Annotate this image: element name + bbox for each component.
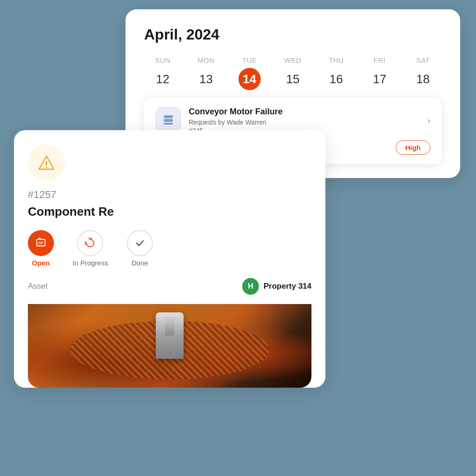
work-order-icon [155, 107, 181, 133]
day-fri[interactable]: FRI 17 [361, 56, 398, 90]
open-icon-circle [28, 230, 54, 256]
svg-point-6 [46, 166, 47, 168]
database-icon [162, 113, 175, 126]
asset-row: Asset H Property 314 [28, 278, 311, 295]
day-num-thu: 16 [325, 68, 347, 90]
asset-right: H Property 314 [242, 278, 311, 295]
day-name-sun: SUN [155, 56, 170, 64]
motor-center-cylinder [156, 312, 184, 359]
in-progress-status-icon [84, 237, 96, 249]
work-order-requester: Requests by Wade Warren [189, 119, 420, 126]
day-tue[interactable]: TUE 14 [231, 56, 268, 90]
alert-icon-circle [28, 144, 65, 181]
day-num-sun: 12 [152, 68, 174, 90]
ticket-id: #1257 [28, 189, 311, 201]
component-title: Component Re [28, 205, 311, 219]
day-wed[interactable]: WED 15 [274, 56, 311, 90]
day-num-tue: 14 [238, 68, 261, 90]
work-order-title: Conveyor Motor Failure [189, 107, 420, 117]
in-progress-icon-circle [77, 230, 103, 256]
priority-badge: High [396, 140, 430, 155]
day-name-fri: FRI [374, 56, 386, 64]
asset-label: Asset [28, 282, 48, 291]
svg-rect-5 [46, 161, 47, 165]
done-label: Done [132, 259, 148, 267]
status-in-progress[interactable]: In Progress [73, 230, 108, 267]
day-mon[interactable]: MON 13 [187, 56, 225, 90]
day-num-fri: 17 [369, 68, 391, 90]
svg-rect-7 [37, 239, 45, 246]
day-name-tue: TUE [242, 56, 257, 64]
day-sun[interactable]: SUN 12 [144, 56, 181, 90]
property-name: Property 314 [264, 282, 311, 291]
day-name-thu: THU [329, 56, 344, 64]
in-progress-label: In Progress [73, 259, 108, 267]
calendar-week: SUN 12 MON 13 TUE 14 WED 15 THU 16 FRI 1… [144, 56, 442, 90]
day-name-sat: SAT [416, 56, 430, 64]
property-avatar: H [242, 278, 259, 295]
day-sat[interactable]: SAT 18 [404, 56, 442, 90]
open-status-icon [35, 237, 47, 249]
done-status-icon [134, 237, 146, 249]
day-num-wed: 15 [282, 68, 304, 90]
day-name-mon: MON [198, 56, 215, 64]
day-num-sat: 18 [412, 68, 434, 90]
done-icon-circle [127, 230, 153, 256]
svg-rect-2 [164, 123, 173, 125]
status-open[interactable]: Open [28, 230, 54, 267]
status-done[interactable]: Done [127, 230, 153, 267]
chevron-right-icon[interactable]: › [427, 115, 430, 126]
motor-image [28, 304, 311, 388]
status-row: Open In Progress Done [28, 230, 311, 267]
warning-icon [37, 153, 56, 172]
open-status-label: Open [32, 259, 50, 267]
day-name-wed: WED [284, 56, 302, 64]
calendar-title: April, 2024 [144, 26, 442, 43]
day-thu[interactable]: THU 16 [317, 56, 355, 90]
day-num-mon: 13 [195, 68, 217, 90]
detail-card: #1257 Component Re Open In Progress [14, 130, 325, 388]
svg-rect-1 [164, 119, 173, 122]
svg-rect-0 [164, 115, 173, 118]
